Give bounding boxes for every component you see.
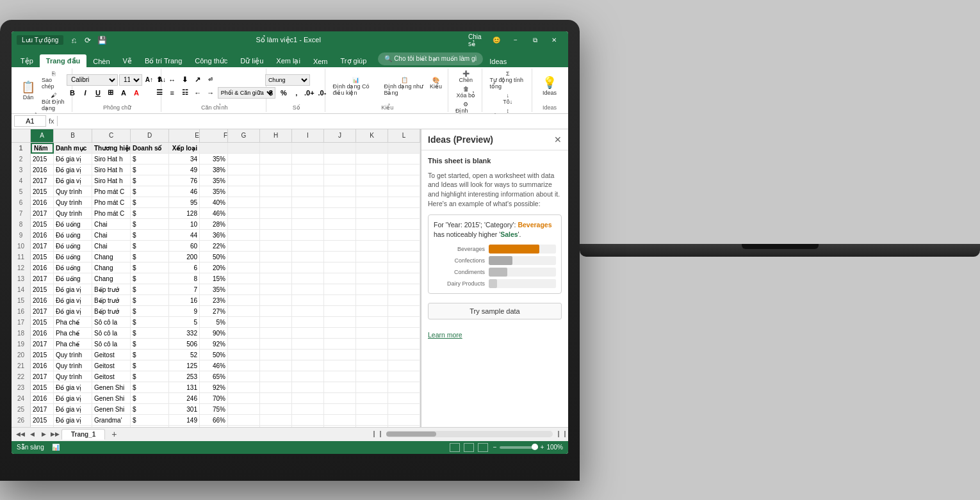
restore-button[interactable]: ⧉: [526, 35, 544, 46]
cell-c17[interactable]: Sô cô la: [92, 317, 131, 328]
cell-k17[interactable]: [356, 317, 388, 328]
table-row[interactable]: 26 2015 Đồ gia vị Grandma' $ 149 66%: [12, 415, 420, 426]
cell-a10[interactable]: 2017: [31, 241, 54, 252]
cell-g23[interactable]: [228, 382, 260, 393]
decimal-increase-button[interactable]: .0+: [304, 87, 315, 99]
cell-c1[interactable]: Thương hiệu: [92, 143, 131, 154]
cell-a22[interactable]: 2017: [31, 371, 54, 382]
cell-e11[interactable]: 200: [169, 252, 200, 262]
cell-g21[interactable]: [228, 360, 260, 371]
col-header-j[interactable]: J: [324, 129, 356, 142]
function-button[interactable]: fx: [49, 117, 54, 125]
cell-f24[interactable]: 70%: [200, 393, 228, 404]
cell-f3[interactable]: 38%: [200, 165, 228, 175]
cell-c16[interactable]: Bếp trướ: [92, 306, 131, 317]
cell-a20[interactable]: 2015: [31, 350, 54, 360]
cell-i2[interactable]: [292, 154, 324, 165]
cell-g3[interactable]: [228, 165, 260, 175]
table-row[interactable]: 4 2017 Đồ gia vị Siro Hat h $ 76 35%: [12, 175, 420, 186]
cell-i9[interactable]: [292, 230, 324, 241]
cell-g5[interactable]: [228, 186, 260, 197]
cell-l15[interactable]: [388, 295, 420, 306]
cell-b25[interactable]: Đồ gia vị: [54, 404, 92, 415]
table-row[interactable]: 8 2015 Đồ uống Chai $ 10 28%: [12, 219, 420, 230]
cell-l11[interactable]: [388, 252, 420, 262]
cell-a24[interactable]: 2016: [31, 393, 54, 404]
cell-j7[interactable]: [324, 208, 356, 219]
minimize-button[interactable]: −: [507, 35, 525, 46]
cell-h12[interactable]: [260, 262, 292, 273]
cell-c6[interactable]: Pho mát C: [92, 197, 131, 208]
cell-i6[interactable]: [292, 197, 324, 208]
cell-b13[interactable]: Đồ uống: [54, 273, 92, 284]
table-row[interactable]: 17 2015 Pha chế Sô cô la $ 5 5%: [12, 317, 420, 328]
sheet-tab-1[interactable]: Trang_1: [61, 429, 105, 440]
cell-j2[interactable]: [324, 154, 356, 165]
table-row[interactable]: 20 2015 Quy trình Geitost $ 52 50%: [12, 350, 420, 360]
cell-f4[interactable]: 35%: [200, 175, 228, 186]
cell-d25[interactable]: $: [131, 404, 169, 415]
cell-f23[interactable]: 92%: [200, 382, 228, 393]
page-break-button[interactable]: [478, 443, 488, 452]
cell-h20[interactable]: [260, 350, 292, 360]
cell-c2[interactable]: Siro Hat h: [92, 154, 131, 165]
cell-c23[interactable]: Genen Shi: [92, 382, 131, 393]
cell-f10[interactable]: 22%: [200, 241, 228, 252]
cell-e9[interactable]: 44: [169, 230, 200, 241]
cell-g24[interactable]: [228, 393, 260, 404]
cell-j5[interactable]: [324, 186, 356, 197]
tab-xem-lai[interactable]: Xem lại: [270, 54, 307, 67]
font-size-select[interactable]: 11: [119, 74, 142, 86]
format-painter-button[interactable]: 🖌 Bút Định dạng: [40, 92, 68, 112]
align-top-button[interactable]: ⬆: [154, 74, 165, 86]
cell-d10[interactable]: $: [131, 241, 169, 252]
cell-j18[interactable]: [324, 328, 356, 339]
cell-d15[interactable]: $: [131, 295, 169, 306]
cell-j24[interactable]: [324, 393, 356, 404]
table-row[interactable]: 15 2016 Đồ gia vị Bếp trướ $ 16 23%: [12, 295, 420, 306]
cell-b26[interactable]: Đồ gia vị: [54, 415, 92, 426]
normal-view-button[interactable]: [450, 443, 460, 452]
tab-tro-giup[interactable]: Trợ giúp: [334, 54, 373, 67]
wrap-text-button[interactable]: ⏎: [205, 74, 216, 86]
cell-l20[interactable]: [388, 350, 420, 360]
cell-i13[interactable]: [292, 273, 324, 284]
cell-i12[interactable]: [292, 262, 324, 273]
redo-button[interactable]: ⟳: [81, 34, 94, 47]
cell-k7[interactable]: [356, 208, 388, 219]
scroll-right-button[interactable]: [558, 431, 566, 437]
sheet-nav-first[interactable]: ◀◀: [15, 429, 26, 439]
cell-b21[interactable]: Quy trình: [54, 360, 92, 371]
align-middle-button[interactable]: ↔: [167, 74, 178, 86]
table-row[interactable]: 1 Năm Danh mục Thương hiệu Doanh số Xếp …: [12, 143, 420, 154]
cell-f9[interactable]: 36%: [200, 230, 228, 241]
tab-xem[interactable]: Xem: [307, 55, 334, 67]
table-row[interactable]: 7 2017 Quy trình Pho mát C $ 128 46%: [12, 208, 420, 219]
cell-h1[interactable]: [260, 143, 292, 154]
cell-f18[interactable]: 90%: [200, 328, 228, 339]
cell-e23[interactable]: 131: [169, 382, 200, 393]
sheet-nav-last[interactable]: ▶▶: [50, 429, 60, 439]
sheet-nav-next[interactable]: ▶: [38, 429, 49, 439]
col-header-k[interactable]: K: [356, 129, 388, 142]
cell-a11[interactable]: 2015: [31, 252, 54, 262]
add-sheet-button[interactable]: +: [108, 428, 120, 440]
cell-b9[interactable]: Đồ uống: [54, 230, 92, 241]
cell-g4[interactable]: [228, 175, 260, 186]
cell-i19[interactable]: [292, 339, 324, 350]
cell-a9[interactable]: 2016: [31, 230, 54, 241]
cell-i20[interactable]: [292, 350, 324, 360]
cell-f1[interactable]: [200, 143, 228, 154]
cell-j26[interactable]: [324, 415, 356, 426]
cell-b12[interactable]: Đồ uống: [54, 262, 92, 273]
cell-i17[interactable]: [292, 317, 324, 328]
cell-j11[interactable]: [324, 252, 356, 262]
cell-f8[interactable]: 28%: [200, 219, 228, 230]
cell-f15[interactable]: 23%: [200, 295, 228, 306]
table-row[interactable]: 23 2015 Đồ gia vị Genen Shi $ 131 92%: [12, 382, 420, 393]
cell-d4[interactable]: $: [131, 175, 169, 186]
table-row[interactable]: 5 2015 Quy trình Pho mát C $ 46 35%: [12, 186, 420, 197]
cell-e5[interactable]: 46: [169, 186, 200, 197]
cell-j4[interactable]: [324, 175, 356, 186]
zoom-slider[interactable]: [500, 446, 538, 449]
